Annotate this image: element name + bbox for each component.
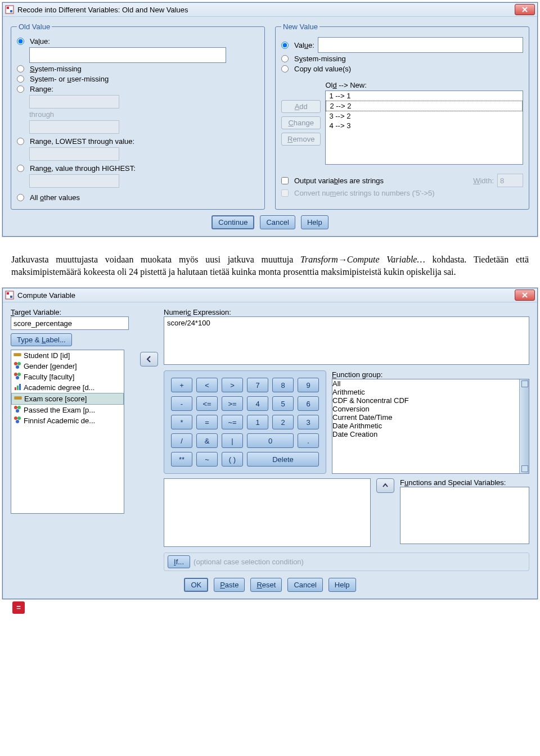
function-group-item[interactable]: Date Arithmetic [332,422,519,430]
var-label: Student ID [id] [24,351,70,360]
fsv-list[interactable] [400,487,529,544]
variable-item[interactable]: Academic degree [d... [11,382,124,393]
prose-paragraph: Jatkuvasta muuttujasta voidaan muokata m… [11,253,529,278]
list-item[interactable]: 1 --> 1 [326,91,523,101]
keypad-xx[interactable]: <= [196,396,218,411]
keypad-4[interactable]: 4 [247,396,268,411]
keypad-xxx[interactable]: ( ) [222,452,243,467]
function-group-item[interactable]: Current Date/Time [332,413,519,422]
old-usermissing-label: System- or user-missing [30,75,109,83]
ok-button[interactable]: OK [184,578,208,592]
help-button[interactable]: Help [301,215,328,229]
var-icon [14,416,21,425]
var-label: Academic degree [d... [24,383,94,392]
new-value-input[interactable] [318,37,523,53]
keypad-x[interactable]: * [171,415,192,429]
move-left-button[interactable] [140,352,158,366]
new-copy-radio[interactable] [281,65,289,73]
function-group-item[interactable]: Arithmetic [332,388,519,396]
keypad-x[interactable]: + [171,378,192,392]
numexpr-input[interactable]: score/24*100 [164,316,529,365]
keypad-xx[interactable]: >= [222,396,243,411]
variable-item[interactable]: Student ID [id] [11,350,124,361]
convert-checkbox [281,189,289,197]
list-item[interactable]: 4 --> 3 [326,121,523,130]
close-button[interactable] [515,289,535,301]
oldnew-listbox[interactable]: 1 --> 1 2 --> 2 3 --> 2 4 --> 3 [325,90,523,165]
function-group-item[interactable]: All [332,379,519,388]
variable-item[interactable]: Gender [gender] [11,361,124,372]
scrollbar[interactable] [519,379,529,473]
variable-item[interactable]: Faculty [faculty] [11,372,124,382]
keypad-x[interactable]: & [196,433,218,448]
keypad-x[interactable]: = [196,415,218,429]
keypad-6[interactable]: 6 [298,396,319,411]
move-up-button[interactable] [376,478,394,493]
keypad-x[interactable]: - [171,396,192,411]
keypad-Delete[interactable]: Delete [247,452,319,467]
keypad-x[interactable]: < [196,378,218,392]
close-button[interactable] [515,4,535,15]
numexpr-label: Numeric Expression: [164,308,529,316]
list-item[interactable]: 3 --> 2 [326,111,523,121]
type-label-button[interactable]: Type & Label... [11,333,72,346]
list-item[interactable]: 2 --> 2 [326,101,523,111]
old-value-radio[interactable] [17,38,24,45]
help-button[interactable]: Help [328,578,356,592]
width-label: Width: [473,176,494,185]
keypad-x[interactable]: ~ [196,452,218,467]
function-group-item[interactable]: Date Creation [332,430,519,438]
keypad-xx[interactable]: ** [171,452,192,467]
change-button[interactable]: Change [281,116,321,129]
svg-point-20 [14,417,17,420]
keypad-x[interactable]: . [298,433,319,448]
old-highest-radio[interactable] [17,165,24,172]
new-value-radio[interactable] [281,42,289,49]
variables-listbox[interactable]: Student ID [id]Gender [gender]Faculty [f… [11,350,124,514]
add-button[interactable]: Add [281,100,321,113]
cancel-button[interactable]: Cancel [260,215,295,229]
old-range-radio[interactable] [17,85,24,93]
svg-point-19 [16,409,19,413]
function-group-list[interactable]: AllArithmeticCDF & Noncentral CDFConvers… [332,379,529,474]
keypad-x[interactable]: / [171,433,192,448]
keypad-7[interactable]: 7 [247,378,268,392]
var-icon [14,351,21,360]
svg-rect-15 [19,384,21,390]
keypad-0[interactable]: 0 [247,433,294,448]
keypad-x[interactable]: > [222,378,243,392]
remove-button[interactable]: Remove [281,133,321,146]
keypad-9[interactable]: 9 [298,378,319,392]
new-sysmissing-radio[interactable] [281,55,289,62]
old-allother-radio[interactable] [17,194,24,201]
expression-preview[interactable] [164,478,371,547]
if-button[interactable]: If... [168,555,190,568]
paste-button[interactable]: Paste [214,578,245,592]
function-group-item[interactable]: CDF & Noncentral CDF [332,396,519,405]
titlebar[interactable]: Compute Variable [3,288,537,302]
keypad-5[interactable]: 5 [272,396,294,411]
continue-button[interactable]: Continue [212,215,254,229]
old-lowest-radio[interactable] [17,138,24,145]
old-value-input[interactable] [29,47,226,63]
old-lowest-input [29,147,119,161]
keypad-1[interactable]: 1 [247,415,268,429]
reset-button[interactable]: Reset [250,578,282,592]
keypad-x[interactable]: | [222,433,243,448]
keypad-3[interactable]: 3 [298,415,319,429]
function-group-item[interactable]: Conversion [332,405,519,413]
titlebar[interactable]: Recode into Different Variables: Old and… [3,3,537,17]
old-sysmissing-radio[interactable] [17,65,24,73]
svg-rect-5 [10,296,12,298]
old-usermissing-radio[interactable] [17,75,24,83]
cancel-button[interactable]: Cancel [287,578,322,592]
variable-item[interactable]: Passed the Exam [p... [11,405,124,415]
keypad-2[interactable]: 2 [272,415,294,429]
output-strings-checkbox[interactable] [281,177,289,184]
keypad-8[interactable]: 8 [272,378,294,392]
var-label: Gender [gender] [24,362,77,370]
variable-item[interactable]: Finnisf Academic de... [11,415,124,426]
variable-item[interactable]: Exam score [score] [11,393,124,405]
target-input[interactable] [11,316,129,330]
keypad-xx[interactable]: ~= [222,415,243,429]
